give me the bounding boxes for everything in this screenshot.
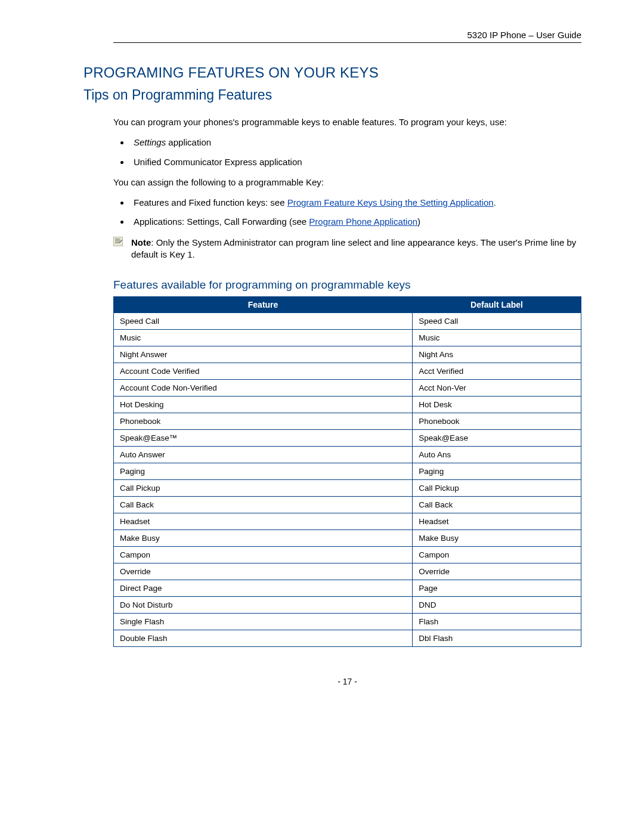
default-label-cell: Hot Desk bbox=[413, 397, 581, 413]
intro-paragraph: You can program your phones's programmab… bbox=[113, 116, 581, 128]
table-row: HeadsetHeadset bbox=[114, 513, 581, 530]
feature-cell: Single Flash bbox=[114, 614, 413, 630]
feature-cell: Music bbox=[114, 330, 413, 346]
table-row: CamponCampon bbox=[114, 547, 581, 563]
table-row: PagingPaging bbox=[114, 463, 581, 480]
table-row: Account Code Non-VerifiedAcct Non-Ver bbox=[114, 380, 581, 397]
text: Applications: Settings, Call Forwarding … bbox=[134, 216, 309, 227]
feature-cell: Headset bbox=[114, 513, 413, 530]
page-header: 5320 IP Phone – User Guide bbox=[113, 30, 581, 43]
feature-cell: Override bbox=[114, 563, 413, 580]
list-item: Applications: Settings, Call Forwarding … bbox=[130, 216, 581, 228]
table-row: Do Not DisturbDND bbox=[114, 597, 581, 614]
feature-cell: Hot Desking bbox=[114, 397, 413, 413]
bullet-list-2: Features and Fixed function keys: see Pr… bbox=[113, 197, 581, 228]
default-label-cell: Speed Call bbox=[413, 313, 581, 330]
heading-1: PROGRAMING FEATURES ON YOUR KEYS bbox=[83, 64, 581, 81]
note-label: Note bbox=[131, 237, 151, 247]
default-label-cell: Speak@Ease bbox=[413, 430, 581, 447]
settings-italic: Settings bbox=[134, 137, 166, 147]
default-label-cell: Music bbox=[413, 330, 581, 346]
list-item: Features and Fixed function keys: see Pr… bbox=[130, 197, 581, 209]
text: Features and Fixed function keys: see bbox=[134, 197, 287, 208]
feature-cell: Call Back bbox=[114, 497, 413, 513]
svg-rect-0 bbox=[113, 237, 123, 246]
feature-cell: Call Pickup bbox=[114, 480, 413, 497]
default-label-cell: Headset bbox=[413, 513, 581, 530]
feature-cell: Campon bbox=[114, 547, 413, 563]
table-row: Speak@Ease™Speak@Ease bbox=[114, 430, 581, 447]
note-icon bbox=[113, 237, 125, 261]
table-row: Call BackCall Back bbox=[114, 497, 581, 513]
default-label-cell: Override bbox=[413, 563, 581, 580]
table-row: Call PickupCall Pickup bbox=[114, 480, 581, 497]
page: 5320 IP Phone – User Guide PROGRAMING FE… bbox=[0, 0, 644, 710]
table-row: Make BusyMake Busy bbox=[114, 530, 581, 547]
text: ) bbox=[417, 216, 420, 227]
default-label-cell: Dbl Flash bbox=[413, 630, 581, 647]
text: . bbox=[494, 197, 496, 208]
feature-cell: Auto Answer bbox=[114, 447, 413, 463]
header-text: 5320 IP Phone – User Guide bbox=[467, 30, 581, 40]
default-label-cell: Call Back bbox=[413, 497, 581, 513]
default-label-cell: Paging bbox=[413, 463, 581, 480]
list-item: Unified Communicator Express application bbox=[130, 156, 581, 168]
table-row: Direct PagePage bbox=[114, 580, 581, 597]
feature-cell: Do Not Disturb bbox=[114, 597, 413, 614]
feature-cell: Phonebook bbox=[114, 413, 413, 430]
settings-post: application bbox=[166, 137, 211, 147]
feature-cell: Paging bbox=[114, 463, 413, 480]
list-item: Settings application bbox=[130, 137, 581, 148]
default-label-cell: Phonebook bbox=[413, 413, 581, 430]
note-row: Note: Only the System Administrator can … bbox=[113, 237, 581, 261]
heading-2: Tips on Programming Features bbox=[83, 87, 581, 103]
feature-cell: Account Code Non-Verified bbox=[114, 380, 413, 397]
assign-paragraph: You can assign the following to a progra… bbox=[113, 176, 581, 188]
page-footer: - 17 - bbox=[113, 677, 581, 686]
table-row: OverrideOverride bbox=[114, 563, 581, 580]
table-row: Night AnswerNight Ans bbox=[114, 346, 581, 363]
table-row: MusicMusic bbox=[114, 330, 581, 346]
default-label-cell: Night Ans bbox=[413, 346, 581, 363]
link-program-feature-keys[interactable]: Program Feature Keys Using the Setting A… bbox=[287, 197, 494, 208]
default-label-cell: Page bbox=[413, 580, 581, 597]
feature-cell: Account Code Verified bbox=[114, 363, 413, 380]
table-row: Auto AnswerAuto Ans bbox=[114, 447, 581, 463]
feature-cell: Speak@Ease™ bbox=[114, 430, 413, 447]
default-label-cell: Make Busy bbox=[413, 530, 581, 547]
col-header-feature: Feature bbox=[114, 297, 413, 313]
table-row: Hot DeskingHot Desk bbox=[114, 397, 581, 413]
default-label-cell: Acct Non-Ver bbox=[413, 380, 581, 397]
bullet-list-1: Settings application Unified Communicato… bbox=[113, 137, 581, 168]
features-table: Feature Default Label Speed CallSpeed Ca… bbox=[113, 296, 581, 647]
default-label-cell: Auto Ans bbox=[413, 447, 581, 463]
feature-cell: Make Busy bbox=[114, 530, 413, 547]
default-label-cell: Campon bbox=[413, 547, 581, 563]
note-body: : Only the System Administrator can prog… bbox=[131, 237, 576, 259]
heading-3: Features available for programming on pr… bbox=[113, 278, 581, 292]
note-text: Note: Only the System Administrator can … bbox=[131, 237, 581, 261]
link-program-phone-application[interactable]: Program Phone Application bbox=[309, 216, 417, 227]
feature-cell: Direct Page bbox=[114, 580, 413, 597]
table-row: Double FlashDbl Flash bbox=[114, 630, 581, 647]
table-header-row: Feature Default Label bbox=[114, 297, 581, 313]
table-row: Account Code VerifiedAcct Verified bbox=[114, 363, 581, 380]
feature-cell: Night Answer bbox=[114, 346, 413, 363]
table-row: PhonebookPhonebook bbox=[114, 413, 581, 430]
feature-cell: Double Flash bbox=[114, 630, 413, 647]
default-label-cell: Call Pickup bbox=[413, 480, 581, 497]
feature-cell: Speed Call bbox=[114, 313, 413, 330]
table-row: Single FlashFlash bbox=[114, 614, 581, 630]
table-row: Speed CallSpeed Call bbox=[114, 313, 581, 330]
default-label-cell: Flash bbox=[413, 614, 581, 630]
default-label-cell: DND bbox=[413, 597, 581, 614]
col-header-default-label: Default Label bbox=[413, 297, 581, 313]
default-label-cell: Acct Verified bbox=[413, 363, 581, 380]
